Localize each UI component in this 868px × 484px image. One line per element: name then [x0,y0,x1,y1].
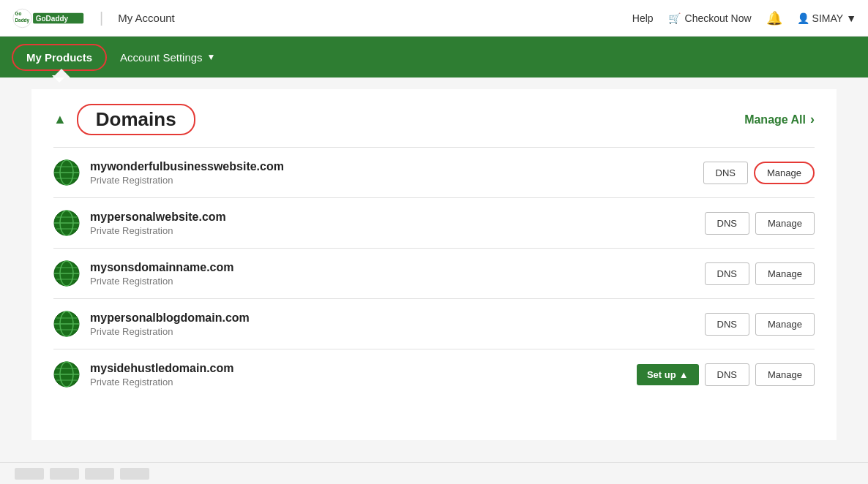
domain-registration-type: Private Registration [90,175,693,186]
account-settings-chevron-icon: ▼ [207,52,216,62]
domain-registration-type: Private Registration [90,377,626,387]
top-nav-left: Go Daddy GoDaddy | My Account [12,7,175,29]
domain-info: mysidehustledomain.com Private Registrat… [90,362,626,387]
domains-section-header: ▲ Domains Manage All › [53,104,815,135]
manage-button[interactable]: Manage [755,212,815,235]
domain-actions: DNS Manage [703,162,815,184]
godaddy-logo[interactable]: Go Daddy GoDaddy [12,7,85,29]
username-label: SIMAY [812,12,844,24]
bottom-dot [85,468,114,480]
domain-registration-type: Private Registration [90,276,695,287]
svg-text:Go: Go [15,11,22,16]
domain-name: mywonderfulbusinesswebsite.com [90,160,693,173]
help-link[interactable]: Help [632,12,654,24]
domain-info: mysonsdomainname.com Private Registratio… [90,261,695,287]
domain-actions: DNS Manage [705,313,815,336]
nav-dropdown-arrow [53,69,70,77]
user-menu-chevron-icon: ▼ [846,12,856,24]
domains-title: Domains [77,104,195,135]
domain-info: mypersonalblogdomain.com Private Registr… [90,311,695,337]
globe-icon [53,210,80,236]
section-header-left: ▲ Domains [53,104,195,135]
manage-button[interactable]: Manage [754,162,815,184]
table-row: mysidehustledomain.com Private Registrat… [53,349,815,399]
top-navigation: Go Daddy GoDaddy | My Account Help 🛒 Che… [0,0,868,37]
nav-separator: | [100,10,103,26]
domain-name: mypersonalblogdomain.com [90,311,695,325]
domain-actions: DNS Manage [705,212,815,235]
table-row: mysonsdomainname.com Private Registratio… [53,248,815,298]
table-row: mypersonalwebsite.com Private Registrati… [53,197,815,248]
svg-text:Daddy: Daddy [15,18,30,23]
domain-list: mywonderfulbusinesswebsite.com Private R… [53,147,815,399]
dns-button[interactable]: DNS [705,262,749,285]
domain-name: mysidehustledomain.com [90,362,626,375]
account-settings-button[interactable]: Account Settings ▼ [110,45,225,69]
globe-icon [53,260,80,287]
bottom-dot [15,468,44,480]
cart-icon: 🛒 [668,12,681,24]
bottom-bar [0,462,868,484]
main-content: ▲ Domains Manage All › mywonderfulbusine… [31,89,837,440]
table-row: mywonderfulbusinesswebsite.com Private R… [53,147,815,197]
collapse-arrow-icon[interactable]: ▲ [53,112,67,127]
manage-all-link[interactable]: Manage All › [744,112,815,127]
domain-name: mypersonalwebsite.com [90,211,695,224]
domain-actions: Set up ▲ DNS Manage [637,363,815,386]
manage-button[interactable]: Manage [755,262,815,285]
globe-icon [53,361,80,387]
domain-name: mysonsdomainname.com [90,261,695,274]
setup-arrow-icon: ▲ [679,369,689,380]
account-settings-label: Account Settings [120,51,203,64]
dns-button[interactable]: DNS [705,212,749,235]
user-menu[interactable]: 👤 SIMAY ▼ [797,12,856,24]
green-navigation: My Products Account Settings ▼ [0,37,868,77]
globe-icon [53,311,80,337]
top-nav-right: Help 🛒 Checkout Now 🔔 👤 SIMAY ▼ [632,10,856,26]
notifications-icon[interactable]: 🔔 [766,10,782,26]
my-products-button[interactable]: My Products [12,44,107,71]
dns-button[interactable]: DNS [705,313,749,336]
domain-registration-type: Private Registration [90,225,695,236]
bottom-dot [120,468,149,480]
user-icon: 👤 [797,12,809,24]
manage-all-chevron-icon: › [810,112,815,127]
bottom-dot [50,468,79,480]
domain-info: mypersonalwebsite.com Private Registrati… [90,211,695,236]
bottom-dots [15,468,149,480]
dns-button[interactable]: DNS [703,162,748,184]
table-row: mypersonalblogdomain.com Private Registr… [53,298,815,349]
dns-button[interactable]: DNS [705,363,749,386]
manage-button[interactable]: Manage [755,363,815,386]
domain-info: mywonderfulbusinesswebsite.com Private R… [90,160,693,186]
svg-text:GoDaddy: GoDaddy [36,14,69,22]
globe-icon [53,159,80,186]
manage-button[interactable]: Manage [755,313,815,336]
domain-actions: DNS Manage [705,262,815,285]
domain-registration-type: Private Registration [90,326,695,337]
checkout-button[interactable]: 🛒 Checkout Now [668,12,752,24]
manage-all-label: Manage All [744,113,806,126]
checkout-label: Checkout Now [685,12,752,24]
setup-label: Set up [647,369,676,380]
my-account-link[interactable]: My Account [118,12,175,24]
setup-button[interactable]: Set up ▲ [637,364,699,385]
